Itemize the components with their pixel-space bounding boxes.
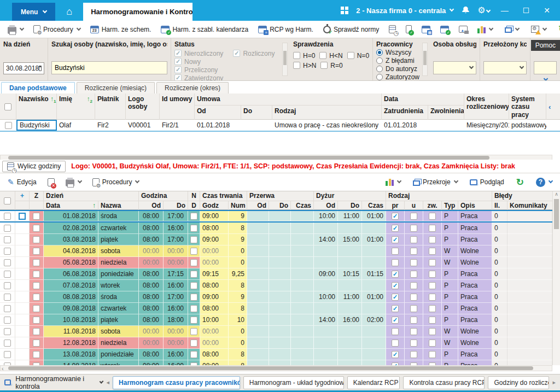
schedule-row[interactable]: 11.08.2018sobota00:0000:0000:000WWolne0 [0, 326, 552, 337]
cell-do[interactable]: 16:00 [164, 280, 188, 291]
cell-od[interactable]: 08:00 [139, 360, 164, 365]
cell-od[interactable]: 00:00 [139, 245, 164, 257]
cell-il[interactable]: 0 [492, 314, 508, 326]
col-id-umowy[interactable]: Id umowy [160, 93, 195, 120]
cell-day-name[interactable]: sobota [98, 326, 139, 337]
checkbox[interactable] [4, 225, 11, 232]
pr-checkbox[interactable] [386, 280, 405, 291]
u-checkbox[interactable] [405, 349, 423, 360]
cell-do[interactable]: 16:00 [164, 303, 188, 314]
status-option[interactable]: Nowy [174, 57, 223, 66]
checkbox[interactable] [410, 340, 417, 347]
col-z[interactable]: Z [30, 191, 44, 201]
cell-opis[interactable]: Praca [458, 223, 492, 234]
schedule-row[interactable]: 03.08.2018piątek08:0017:0009:00914:0015:… [0, 234, 552, 245]
cell-dyzur-do[interactable]: 16:00 [338, 314, 362, 326]
row-checkbox[interactable] [0, 257, 15, 268]
checkbox[interactable] [190, 305, 197, 312]
z-checkbox[interactable] [30, 314, 44, 326]
row-checkbox[interactable] [0, 337, 15, 349]
cell-od[interactable]: 08:00 [139, 268, 164, 280]
zw-checkbox[interactable] [423, 291, 442, 303]
checkbox[interactable] [392, 351, 399, 358]
cell-num[interactable]: 0 [229, 245, 247, 257]
osoba-obslug-select[interactable] [433, 61, 476, 74]
checkbox[interactable] [392, 305, 399, 312]
row-focus-cell[interactable] [15, 303, 30, 314]
panel-collapse-chevron[interactable] [544, 77, 548, 81]
schedule-vscrollbar[interactable]: ∧ [552, 191, 560, 365]
pr-checkbox[interactable] [386, 337, 405, 349]
checkbox[interactable] [33, 351, 40, 358]
u-checkbox[interactable] [405, 211, 423, 221]
cell-opis[interactable]: Praca [458, 291, 492, 303]
delete-button[interactable] [44, 177, 58, 188]
zw-checkbox[interactable] [423, 245, 442, 257]
col-platnik[interactable]: Płatnik [95, 93, 126, 120]
cell-godz[interactable]: 08:00 [200, 280, 229, 291]
u-checkbox[interactable] [405, 223, 423, 234]
cell-dyzur-czas[interactable] [362, 245, 386, 257]
cell-il[interactable]: 0 [492, 280, 508, 291]
settings-gear-icon[interactable]: ⚙ [477, 6, 489, 15]
prz-input[interactable] [534, 61, 557, 74]
cell-dyzur-do[interactable] [338, 360, 362, 365]
col-rodzaj[interactable]: Rodzaj [272, 106, 382, 120]
row-focus-cell[interactable] [15, 291, 30, 303]
tab-rozliczenie-miesiac[interactable]: Rozliczenie (miesiąc) [77, 82, 155, 93]
cell-num[interactable]: 0 [229, 337, 247, 349]
cell-num[interactable]: 8 [229, 349, 247, 360]
cell-day-name[interactable]: niedziela [98, 337, 139, 349]
cell-date[interactable]: 08.08.2018 [44, 291, 98, 303]
cell-typ[interactable]: P [442, 268, 458, 280]
checkbox[interactable] [392, 248, 399, 255]
nd-checkbox[interactable] [188, 326, 200, 337]
z-checkbox[interactable] [30, 349, 44, 360]
checkbox[interactable] [190, 248, 197, 255]
checkbox[interactable] [33, 328, 40, 335]
cell-num[interactable]: 9,25 [229, 268, 247, 280]
zw-checkbox[interactable] [423, 223, 442, 234]
cell-przerwa-do[interactable] [269, 337, 291, 349]
na-dzien-date-input[interactable]: 30.08.2018 [3, 62, 44, 74]
checkbox[interactable] [4, 213, 11, 220]
cell-il[interactable]: 0 [492, 326, 508, 337]
col-d[interactable]: D [188, 201, 200, 210]
row-focus-cell[interactable] [15, 360, 30, 365]
zw-checkbox[interactable] [423, 349, 442, 360]
cell-id-umowy[interactable]: Fir2/1 [160, 121, 195, 129]
zw-checkbox[interactable] [423, 314, 442, 326]
col-przerwa-od[interactable]: Od [247, 201, 269, 210]
cell-do[interactable]: 16:00 [164, 223, 188, 234]
checkbox[interactable] [233, 50, 240, 57]
checkbox[interactable] [410, 305, 417, 312]
cell-num[interactable]: 9 [229, 291, 247, 303]
col-dyzur-od[interactable]: Od [314, 201, 338, 210]
cell-system[interactable]: podstawowy [509, 121, 546, 129]
col-data[interactable]: Data ↑ [44, 201, 98, 210]
col-zw[interactable]: zw. [423, 201, 442, 210]
col-zatrudnienia[interactable]: Zatrudnienia [382, 106, 428, 120]
checkbox[interactable] [4, 236, 11, 243]
select-all-checkbox[interactable] [4, 197, 11, 204]
col-dyzur-czas[interactable]: Czas [362, 201, 386, 210]
pr-checkbox[interactable] [386, 257, 405, 268]
u-checkbox[interactable] [405, 291, 423, 303]
cell-od[interactable]: 08:00 [139, 314, 164, 326]
cell-przerwa-do[interactable] [269, 291, 291, 303]
chart-view-button[interactable] [474, 24, 496, 35]
cell-godz[interactable]: 08:00 [200, 223, 229, 234]
harm-ze-schem-button[interactable]: Harm. ze schem. [87, 24, 155, 35]
checkbox[interactable] [4, 317, 11, 324]
cell-typ[interactable]: P [442, 211, 458, 221]
checkbox[interactable] [410, 259, 417, 266]
checkbox[interactable] [410, 271, 417, 278]
sprawdzenia-option[interactable]: H=0 [293, 51, 315, 60]
checkbox[interactable] [410, 282, 417, 289]
cell-przerwa-od[interactable] [247, 291, 269, 303]
cell-przerwa-od[interactable] [247, 268, 269, 280]
cell-dyzur-od[interactable] [314, 257, 338, 268]
pr-checkbox[interactable] [386, 234, 405, 245]
cell-godz[interactable]: 00:00 [200, 245, 229, 257]
calendar-check-button[interactable]: ✓ [437, 24, 452, 35]
